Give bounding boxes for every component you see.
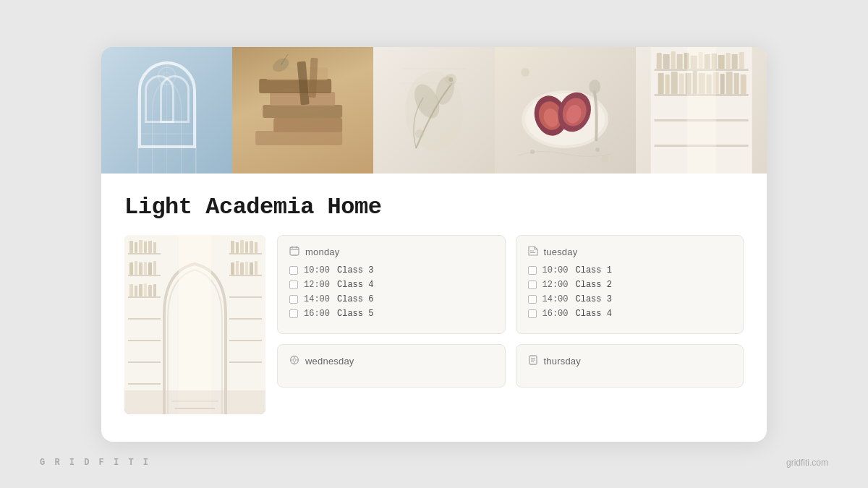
monday-card: monday 10:00 Class 3 12:00 Class 4 [277,235,506,334]
header-collage [101,47,767,174]
tuesday-class-3-time: 14:00 [542,294,570,304]
monday-class-1-checkbox[interactable] [289,266,298,275]
svg-rect-56 [678,74,684,94]
svg-rect-82 [135,261,137,275]
svg-rect-42 [671,51,675,69]
svg-rect-94 [229,275,262,276]
svg-rect-78 [144,241,147,253]
svg-rect-105 [231,262,234,275]
monday-class-1-time: 10:00 [304,265,331,275]
tuesday-label: tuesday [544,247,578,257]
monday-icon [289,246,299,258]
main-cards-row: monday 10:00 Class 3 12:00 Class 4 [124,235,744,414]
svg-rect-66 [686,47,715,174]
svg-rect-107 [240,262,244,275]
schedule-cards: monday 10:00 Class 3 12:00 Class 4 [277,235,744,414]
tuesday-class-2-name: Class 2 [576,280,612,290]
svg-rect-100 [236,242,239,253]
svg-rect-95 [229,296,262,298]
svg-rect-81 [129,262,133,275]
svg-rect-109 [250,262,253,275]
svg-rect-40 [656,53,661,69]
svg-rect-62 [720,74,724,94]
monday-class-4-name: Class 5 [337,309,373,319]
page-title: Light Academia Home [124,194,744,221]
svg-rect-52 [739,52,744,69]
tuesday-class-2-checkbox[interactable] [528,281,537,289]
svg-rect-68 [128,253,161,254]
svg-rect-115 [290,247,299,255]
wednesday-icon [289,355,299,367]
svg-rect-4 [263,105,343,118]
tuesday-class-1-checkbox[interactable] [528,266,537,275]
svg-rect-85 [148,262,152,275]
svg-point-31 [530,150,535,154]
monday-class-4-checkbox[interactable] [289,309,298,318]
svg-rect-51 [731,54,737,69]
monday-class-3-time: 14:00 [304,294,331,304]
svg-rect-102 [245,241,248,253]
svg-rect-83 [139,262,142,275]
schedule-row-bottom: wednesday [277,344,744,388]
svg-rect-80 [153,242,156,253]
tuesday-class-3: 14:00 Class 3 [528,294,732,304]
tuesday-class-4-checkbox[interactable] [528,309,537,318]
svg-rect-108 [245,262,248,275]
svg-rect-77 [139,240,142,253]
monday-class-3: 14:00 Class 6 [289,294,493,304]
svg-rect-103 [250,241,253,253]
svg-rect-70 [128,296,161,298]
svg-rect-53 [658,73,663,94]
svg-rect-118 [296,246,297,248]
monday-class-4: 16:00 Class 5 [289,309,493,319]
monday-class-2: 12:00 Class 4 [289,280,493,290]
wednesday-header: wednesday [289,355,493,367]
collage-panel-botanical [373,47,495,174]
tuesday-card: tuesday 10:00 Class 1 12:00 Class 2 [516,235,744,334]
svg-rect-69 [128,275,161,276]
tuesday-class-1: 10:00 Class 1 [528,265,732,275]
svg-rect-93 [229,253,262,254]
collage-panel-gothic [101,47,232,174]
svg-rect-54 [665,74,669,94]
svg-rect-63 [726,72,732,94]
monday-class-2-time: 12:00 [304,280,331,290]
library-image-card [124,235,265,414]
monday-header: monday [289,246,493,258]
svg-rect-89 [139,284,142,296]
svg-rect-86 [153,261,156,275]
monday-label: monday [305,247,339,257]
monday-class-2-checkbox[interactable] [289,281,298,289]
svg-rect-43 [676,54,682,69]
svg-rect-71 [128,318,161,320]
svg-rect-76 [135,242,137,253]
svg-rect-112 [124,390,265,414]
svg-rect-91 [148,285,152,296]
tuesday-class-4-time: 16:00 [542,309,570,319]
collage-panel-figs [495,47,635,174]
tuesday-header: tuesday [528,246,732,258]
svg-rect-49 [718,55,724,69]
svg-rect-79 [148,241,152,253]
svg-rect-73 [128,361,161,363]
monday-class-1-name: Class 3 [337,265,373,275]
svg-rect-9 [256,131,343,145]
svg-rect-104 [255,242,258,253]
tuesday-class-2: 12:00 Class 2 [528,280,732,290]
svg-rect-106 [236,261,239,275]
tuesday-class-3-checkbox[interactable] [528,295,537,304]
svg-point-122 [293,359,296,361]
monday-class-3-checkbox[interactable] [289,295,298,304]
tuesday-class-4: 16:00 Class 4 [528,309,732,319]
svg-rect-41 [663,54,669,69]
tuesday-class-1-name: Class 1 [576,265,612,275]
thursday-label: thursday [544,356,581,367]
monday-class-1: 10:00 Class 3 [289,265,493,275]
tuesday-icon [528,246,538,258]
svg-rect-101 [240,240,244,253]
monday-class-4-time: 16:00 [304,309,331,319]
svg-rect-110 [255,261,258,275]
thursday-icon [528,355,538,367]
svg-rect-88 [135,286,137,296]
svg-point-32 [595,147,600,152]
